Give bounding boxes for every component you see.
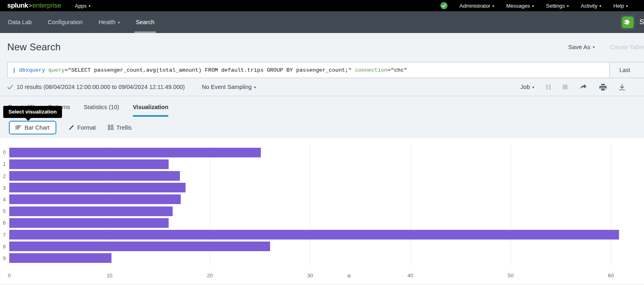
query-param-key: connection bbox=[355, 67, 388, 73]
chevron-down-icon: ▾ bbox=[593, 45, 595, 49]
chart-type-label: Bar Chart bbox=[25, 124, 50, 131]
bar[interactable] bbox=[9, 183, 186, 192]
splunk-logo[interactable]: splunk>enterprise bbox=[7, 2, 61, 10]
bar[interactable] bbox=[9, 207, 173, 216]
bar[interactable] bbox=[9, 230, 619, 240]
help-menu[interactable]: Help ▾ bbox=[613, 3, 628, 9]
nav-item-configuration[interactable]: Configuration bbox=[48, 11, 83, 33]
nav-health-label: Health bbox=[99, 19, 116, 25]
nav-item-data-lab[interactable]: Data Lab bbox=[8, 11, 32, 33]
app-icon-tile[interactable] bbox=[620, 15, 635, 30]
nav-configuration-label: Configuration bbox=[48, 19, 83, 25]
y-axis-label: 8 bbox=[3, 244, 6, 250]
y-axis-tick bbox=[8, 182, 9, 182]
tooltip-text: Select visualization bbox=[8, 109, 57, 115]
pagination-dot[interactable] bbox=[347, 274, 351, 278]
activity-menu[interactable]: Activity ▾ bbox=[581, 3, 601, 9]
top-bar-right: Administrator ▾ Messages ▾ Settings ▾ Ac… bbox=[440, 2, 628, 9]
save-as-label: Save As bbox=[568, 43, 590, 50]
chart-type-picker-button[interactable]: Bar Chart bbox=[9, 121, 56, 134]
trellis-grid-icon bbox=[108, 125, 114, 130]
chart-rows: 0123456789 bbox=[9, 147, 644, 264]
messages-menu[interactable]: Messages ▾ bbox=[506, 3, 534, 9]
header-actions: Save As ▾ Create Table bbox=[568, 41, 644, 50]
chart-row: 4 bbox=[9, 194, 644, 205]
nav-item-health[interactable]: Health ▾ bbox=[99, 11, 120, 33]
nav-search-label: Search bbox=[136, 19, 155, 25]
query-equals: = bbox=[65, 67, 68, 73]
time-range-label: Last bbox=[619, 67, 630, 73]
y-axis-label: 6 bbox=[3, 220, 6, 226]
chart-row: 2 bbox=[9, 170, 644, 182]
chevron-down-icon: ▾ bbox=[532, 4, 534, 8]
bar[interactable] bbox=[9, 218, 169, 228]
success-check-icon bbox=[7, 85, 13, 90]
chevron-down-icon: ▾ bbox=[254, 86, 256, 89]
bar[interactable] bbox=[9, 171, 180, 181]
print-icon[interactable] bbox=[599, 84, 607, 91]
tab-statistics-label: Statistics (10) bbox=[84, 104, 119, 110]
trellis-label: Trellis bbox=[116, 124, 132, 131]
settings-menu[interactable]: Settings ▾ bbox=[546, 3, 569, 9]
save-as-button[interactable]: Save As ▾ bbox=[568, 43, 595, 50]
stop-job-icon[interactable] bbox=[563, 85, 568, 89]
results-summary-text: 10 results (08/04/2024 12:00:00.000 to 0… bbox=[17, 84, 185, 90]
x-axis-label: 40 bbox=[407, 273, 413, 279]
x-axis-label: 10 bbox=[107, 273, 112, 279]
activity-menu-label: Activity bbox=[581, 3, 597, 9]
x-axis-label: 20 bbox=[207, 273, 213, 279]
chart-row: 3 bbox=[9, 182, 644, 194]
top-bar: splunk>enterprise Apps ▾ Administrator ▾… bbox=[0, 0, 644, 11]
page-title: New Search bbox=[7, 41, 61, 53]
bar[interactable] bbox=[9, 242, 270, 251]
search-query-input[interactable]: | dbxquery query = "SELECT passenger_cou… bbox=[7, 62, 610, 78]
chevron-down-icon: ▾ bbox=[118, 21, 120, 25]
bar[interactable] bbox=[9, 159, 169, 169]
nav-item-search[interactable]: Search bbox=[136, 11, 155, 33]
query-equals: = bbox=[388, 67, 391, 73]
y-axis-label: 0 bbox=[3, 149, 6, 155]
chevron-down-icon: ▾ bbox=[89, 4, 91, 8]
logo-enterprise-text: enterprise bbox=[33, 2, 61, 9]
health-status-check-icon[interactable] bbox=[440, 2, 448, 9]
event-sampling-label: No Event Sampling bbox=[202, 84, 252, 90]
tab-statistics[interactable]: Statistics (10) bbox=[84, 104, 119, 117]
y-axis-tick bbox=[8, 241, 9, 241]
chart-row: 7 bbox=[9, 229, 644, 240]
y-axis-tick bbox=[8, 158, 9, 159]
y-axis-tick bbox=[8, 147, 9, 147]
chevron-down-icon: ▾ bbox=[567, 4, 569, 8]
settings-menu-label: Settings bbox=[546, 3, 565, 9]
job-menu-label: Job bbox=[520, 84, 530, 90]
administrator-menu[interactable]: Administrator ▾ bbox=[460, 3, 494, 9]
nav-data-lab-label: Data Lab bbox=[8, 19, 32, 25]
tab-visualization[interactable]: Visualization bbox=[133, 104, 168, 117]
y-axis-label: 4 bbox=[3, 196, 6, 202]
bar[interactable] bbox=[9, 148, 261, 157]
share-job-icon[interactable] bbox=[580, 84, 587, 90]
chart-row: 9 bbox=[9, 252, 644, 264]
chart-row: 5 bbox=[9, 205, 644, 217]
export-download-icon[interactable] bbox=[619, 84, 625, 91]
format-button[interactable]: Format bbox=[68, 124, 96, 131]
chevron-down-icon: ▾ bbox=[532, 86, 534, 89]
bar[interactable] bbox=[9, 253, 111, 263]
y-axis-tick bbox=[8, 229, 9, 229]
messages-menu-label: Messages bbox=[506, 3, 530, 9]
pause-job-icon[interactable] bbox=[546, 85, 551, 90]
bar[interactable] bbox=[9, 194, 181, 204]
event-sampling-menu[interactable]: No Event Sampling ▾ bbox=[202, 84, 256, 90]
apps-menu-label: Apps bbox=[75, 3, 87, 9]
job-menu[interactable]: Job ▾ bbox=[520, 84, 534, 90]
y-axis-tick bbox=[8, 252, 9, 253]
chevron-down-icon: ▾ bbox=[626, 4, 628, 8]
tab-visualization-label: Visualization bbox=[133, 104, 168, 110]
apps-menu[interactable]: Apps ▾ bbox=[75, 3, 91, 9]
chart-row: 0 bbox=[9, 147, 644, 158]
trellis-button[interactable]: Trellis bbox=[108, 124, 132, 131]
y-axis-label: 5 bbox=[3, 208, 6, 214]
db-connect-plug-icon bbox=[622, 17, 634, 28]
x-axis-label: 50 bbox=[508, 273, 513, 279]
time-range-picker[interactable]: Last bbox=[610, 62, 644, 78]
y-axis-label: 9 bbox=[3, 255, 6, 261]
